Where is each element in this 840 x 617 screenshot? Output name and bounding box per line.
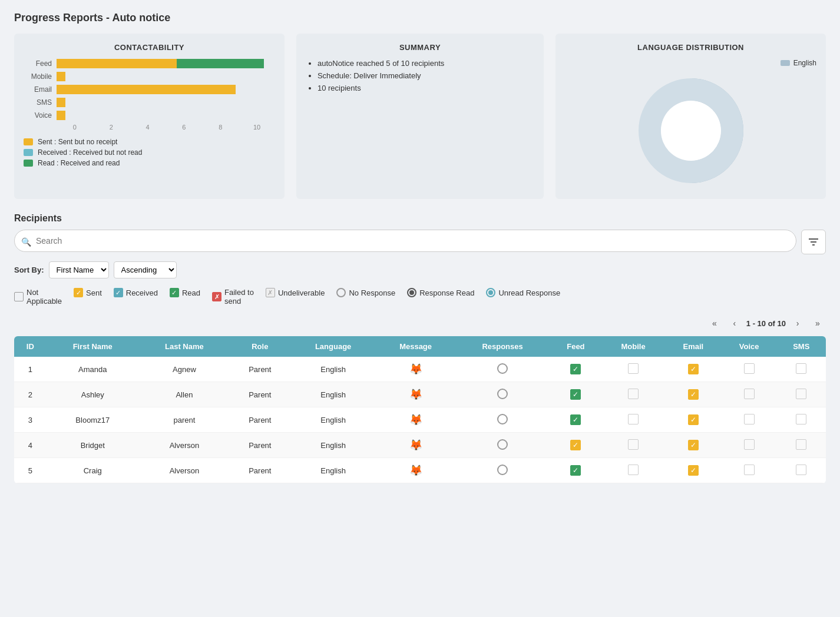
first-page-button[interactable]: « [706,315,723,331]
recipients-section: Recipients 🔍 Sort By: First Name Last Na… [14,213,826,483]
status-unread-response: Unread Response [486,288,560,297]
bar-track-email [57,85,275,94]
legend-label-blue: Received : Received but not read [38,148,142,157]
col-feed: Feed [550,336,601,357]
bar-row-sms: SMS [24,98,275,107]
page-info: 1 - 10 of 10 [746,319,786,328]
filter-button[interactable] [801,230,826,254]
bar-track-feed [57,59,275,68]
bar-chart: Feed Mobile Email [24,59,275,131]
col-role: Role [230,336,290,357]
bar-label-email: Email [24,85,52,94]
status-label-read: Read [182,288,200,297]
language-panel: LANGUAGE DISTRIBUTION English [555,34,826,199]
col-responses: Responses [455,336,550,357]
axis-2: 2 [93,124,130,131]
bar-yellow-sms [57,98,65,107]
bar-row-email: Email [24,85,275,94]
status-read: ✓ Read [170,288,200,297]
status-label-sent: Sent [86,288,102,297]
chk-not-applicable [14,292,24,301]
summary-title: SUMMARY [306,43,534,52]
status-no-response: No Response [336,288,395,297]
sort-label: Sort By: [14,266,44,274]
bar-row-voice: Voice [24,111,275,120]
col-email: Email [665,336,722,357]
bar-label-sms: SMS [24,98,52,107]
page-title: Progress Reports - Auto notice [14,12,826,24]
axis-6: 6 [166,124,202,131]
donut-chart [632,72,750,190]
axis-0: 0 [57,124,93,131]
summary-panel: SUMMARY autoNotice reached 5 of 10 recip… [296,34,544,199]
sort-field-select[interactable]: First Name Last Name ID [49,261,109,278]
chk-received: ✓ [114,288,123,297]
summary-item-2: Schedule: Deliver Immediately [318,71,534,80]
status-label-failed: Failed tosend [224,288,254,306]
summary-list: autoNotice reached 5 of 10 recipients Sc… [306,59,534,92]
chk-failed: ✗ [212,292,221,301]
table-row: 1AmandaAgnewParentEnglish🦊✓✓ [14,357,826,382]
legend-label-yellow: Sent : Sent but no receipt [38,138,117,146]
table-header-row: ID First Name Last Name Role Language Me… [14,336,826,357]
chk-undeliverable: ✗ [266,288,275,297]
bar-green-feed [177,59,264,68]
summary-item-1: autoNotice reached 5 of 10 recipients [318,59,534,68]
legend-green: Read : Received and read [24,159,275,167]
charts-row: CONTACTABILITY Feed Mobile [14,34,826,199]
chk-read: ✓ [170,288,179,297]
contactability-title: CONTACTABILITY [24,43,275,52]
status-label-unread-response: Unread Response [498,288,560,297]
bar-track-sms [57,98,275,107]
prev-page-button[interactable]: ‹ [726,315,743,331]
status-label-no-response: No Response [349,288,395,297]
legend-box-blue [24,149,33,156]
radio-no-response [336,288,346,297]
table-row: 2AshleyAllenParentEnglish🦊✓✓ [14,382,826,407]
legend-yellow: Sent : Sent but no receipt [24,138,275,146]
contactability-panel: CONTACTABILITY Feed Mobile [14,34,285,199]
status-received: ✓ Received [114,288,158,297]
bar-yellow-email [57,85,236,94]
filter-icon [808,237,819,247]
col-language: Language [290,336,376,357]
donut-legend-box [781,60,790,66]
status-label-not-applicable: NotApplicable [27,288,62,306]
col-message: Message [376,336,455,357]
legend-blue: Received : Received but not read [24,148,275,157]
col-last-name: Last Name [139,336,230,357]
legend-box-green [24,160,33,167]
bar-row-feed: Feed [24,59,275,68]
status-undeliverable: ✗ Undeliverable [266,288,325,297]
svg-point-2 [661,101,721,161]
recipients-title: Recipients [14,213,826,224]
language-title: LANGUAGE DISTRIBUTION [565,43,816,52]
last-page-button[interactable]: » [809,315,826,331]
page-container: Progress Reports - Auto notice CONTACTAB… [0,0,840,495]
donut-legend-label: English [793,59,816,67]
next-page-button[interactable]: › [789,315,806,331]
sort-direction-select[interactable]: Ascending Descending [114,261,177,278]
bar-label-feed: Feed [24,59,52,68]
bar-track-mobile [57,72,275,81]
col-sms: SMS [777,336,826,357]
radio-unread-response [486,288,495,297]
table-row: 4BridgetAlversonParentEnglish🦊✓✓ [14,433,826,458]
table-row: 5CraigAlversonParentEnglish🦊✓✓ [14,458,826,483]
search-wrap: 🔍 [14,230,796,254]
summary-item-3: 10 recipients [318,84,534,92]
bar-label-voice: Voice [24,111,52,120]
status-label-received: Received [126,288,158,297]
status-label-response-read: Response Read [419,288,474,297]
search-input[interactable] [14,230,796,252]
status-sent: ✓ Sent [74,288,102,297]
search-icon: 🔍 [21,237,31,247]
status-label-undeliverable: Undeliverable [278,288,325,297]
bar-row-mobile: Mobile [24,72,275,81]
pagination-row: « ‹ 1 - 10 of 10 › » [14,315,826,331]
status-response-read: Response Read [407,288,474,297]
donut-wrap: English [565,59,816,190]
axis-4: 4 [130,124,166,131]
bar-track-voice [57,111,275,120]
bar-yellow-voice [57,111,65,120]
